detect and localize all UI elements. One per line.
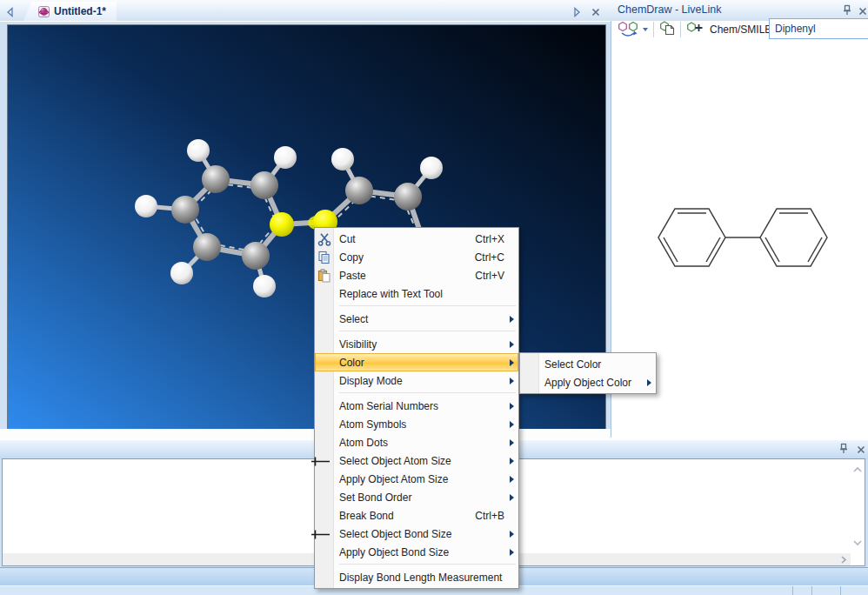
scroll-right-icon[interactable] <box>840 555 847 565</box>
submenu-arrow-icon <box>510 403 514 410</box>
submenu-arrow-icon <box>510 421 514 428</box>
submenu-arrow-icon <box>510 316 514 323</box>
menu-item-atom-symbols[interactable]: Atom Symbols <box>315 415 518 433</box>
sync-structures-button[interactable] <box>618 21 648 38</box>
pin-icon <box>842 4 852 16</box>
status-separator <box>840 586 841 595</box>
scroll-up-icon[interactable] <box>852 466 863 473</box>
menu-item-atom-dots[interactable]: Atom Dots <box>315 433 518 451</box>
bond-ruler-icon <box>310 455 332 467</box>
smiles-input[interactable] <box>769 18 868 39</box>
toolbar-separator <box>680 22 681 37</box>
submenu-arrow-icon <box>510 341 514 348</box>
menu-item-replace-with-text-tool[interactable]: Replace with Text Tool <box>315 284 518 303</box>
submenu-arrow-icon <box>510 359 514 366</box>
menu-separator <box>339 564 516 565</box>
livelink-panel-title: ChemDraw - LiveLink <box>618 3 721 16</box>
tab-scroll-right-button[interactable] <box>571 5 582 21</box>
menu-separator <box>339 305 516 306</box>
menu-item-select-object-atom-size[interactable]: Select Object Atom Size <box>315 451 518 470</box>
scroll-right-icon <box>571 7 582 17</box>
submenu-arrow-icon <box>510 378 514 384</box>
chem3d-window: Untitled-1* ChemDraw - LiveLink <box>0 0 868 595</box>
menu-item-select[interactable]: Select <box>315 310 518 328</box>
menu-item-atom-serial-numbers[interactable]: Atom Serial Numbers <box>315 397 518 415</box>
menu-separator <box>339 392 516 393</box>
menu-item-paste[interactable]: Paste Ctrl+V <box>315 266 518 284</box>
status-separator <box>792 586 793 595</box>
scroll-down-icon[interactable] <box>852 539 863 546</box>
livelink-pin-button[interactable] <box>842 3 852 19</box>
menu-separator <box>339 331 516 331</box>
bond-ruler-icon <box>310 528 332 540</box>
submenu-arrow-icon <box>510 549 514 556</box>
menu-item-copy[interactable]: Copy Ctrl+C <box>315 248 518 266</box>
tab-untitled-1[interactable]: Untitled-1* <box>23 2 117 21</box>
biphenyl-2d-structure <box>655 200 838 278</box>
status-separator <box>811 586 812 595</box>
menu-item-set-bond-order[interactable]: Set Bond Order <box>315 488 518 506</box>
copy-structure-button[interactable] <box>659 20 675 39</box>
menu-item-apply-object-atom-size[interactable]: Apply Object Atom Size <box>315 470 518 488</box>
toolbar-separator <box>653 22 654 37</box>
vertical-scrollbar[interactable] <box>851 459 865 553</box>
menu-item-cut[interactable]: Cut Ctrl+X <box>315 230 518 248</box>
submenu-arrow-icon <box>647 379 651 386</box>
add-structure-icon <box>686 20 703 36</box>
close-icon <box>591 7 601 17</box>
pin-icon <box>838 443 849 454</box>
submenu-arrow-icon <box>510 494 514 501</box>
submenu-arrow-icon <box>510 476 514 483</box>
tab-title: Untitled-1* <box>54 5 106 17</box>
cut-icon <box>317 232 331 246</box>
menu-item-select-object-bond-size[interactable]: Select Object Bond Size <box>315 525 518 543</box>
submenu-arrow-icon <box>510 531 514 538</box>
tab-scroll-left-button[interactable] <box>5 5 16 21</box>
submenu-item-apply-object-color[interactable]: Apply Object Color <box>520 373 656 391</box>
menu-item-color[interactable]: Color <box>315 353 518 371</box>
menu-item-break-bond[interactable]: Break Bond Ctrl+B <box>315 506 518 525</box>
add-structure-button[interactable] <box>686 20 703 39</box>
close-icon <box>858 6 868 17</box>
menu-item-display-mode[interactable]: Display Mode <box>315 371 518 390</box>
color-submenu: Select Color Apply Object Color <box>519 352 657 394</box>
dropdown-caret-icon <box>643 28 648 31</box>
menu-item-display-bond-length-measurement[interactable]: Display Bond Length Measurement <box>315 568 518 586</box>
context-menu: Cut Ctrl+X Copy Ctrl+C P <box>314 227 519 589</box>
submenu-item-select-color[interactable]: Select Color <box>520 355 656 373</box>
paste-icon <box>317 269 331 283</box>
scroll-left-icon <box>5 7 16 17</box>
close-icon <box>856 445 866 455</box>
copy-structure-icon <box>659 20 675 36</box>
menu-item-apply-object-bond-size[interactable]: Apply Object Bond Size <box>315 543 518 561</box>
copy-icon <box>317 251 331 264</box>
dock-pin-button[interactable] <box>838 442 849 458</box>
submenu-arrow-icon <box>510 458 514 465</box>
menu-item-visibility[interactable]: Visibility <box>315 335 518 353</box>
sync-structures-icon <box>618 21 642 38</box>
submenu-arrow-icon <box>510 439 514 446</box>
molecule-document-icon <box>38 6 50 17</box>
dock-close-button[interactable] <box>856 443 866 458</box>
document-close-button[interactable] <box>591 5 601 21</box>
livelink-toolbar: Chem/SMILES: <box>611 18 782 41</box>
